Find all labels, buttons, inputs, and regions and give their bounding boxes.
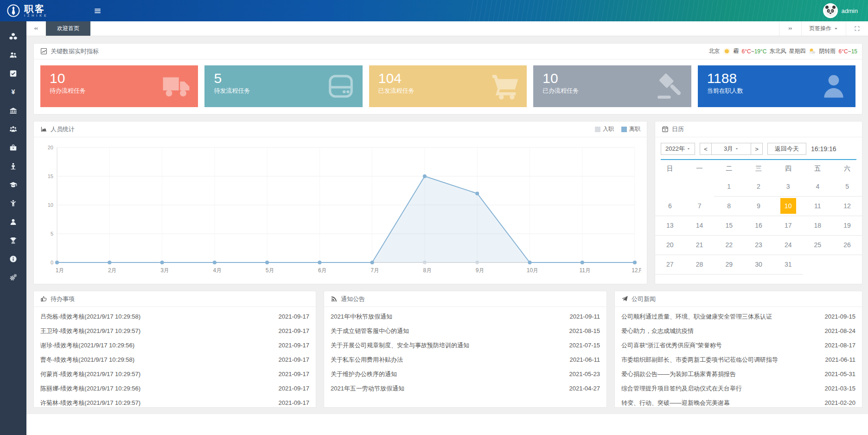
list-item[interactable]: 关于成立销管客服中心的通知2021-08-15 bbox=[324, 324, 606, 338]
tab-actions-dropdown[interactable]: 页签操作 bbox=[801, 21, 846, 36]
calendar-day[interactable]: 7 bbox=[685, 196, 715, 216]
calendar-day[interactable]: 22 bbox=[714, 235, 744, 255]
legend-item[interactable]: 离职 bbox=[621, 125, 640, 133]
sidebar-item-bank[interactable] bbox=[0, 101, 26, 120]
list-item[interactable]: 许菊林-绩效考核(2021/9/17 10:29:57)2021-09-17 bbox=[34, 396, 316, 408]
calendar-day[interactable]: 31 bbox=[773, 255, 803, 274]
list-item[interactable]: 2021年中秋节放假通知2021-09-11 bbox=[324, 309, 606, 324]
calendar-day[interactable]: 9 bbox=[744, 196, 773, 216]
list-item[interactable]: 曹冬-绩效考核(2021/9/17 10:29:58)2021-09-17 bbox=[34, 352, 316, 367]
tabs-scroll-left-button[interactable] bbox=[26, 21, 46, 36]
list-item[interactable]: 关于开展公司规章制度、安全与事故预防培训的通知2021-07-15 bbox=[324, 338, 606, 352]
list-item-title[interactable]: 曹冬-绩效考核(2021/9/17 10:29:58) bbox=[40, 356, 269, 364]
calendar-day[interactable]: 15 bbox=[714, 216, 744, 235]
sidebar-item-briefcase[interactable] bbox=[0, 138, 26, 157]
stat-card[interactable]: 10待办流程任务 bbox=[40, 65, 198, 107]
list-item-title[interactable]: 许菊林-绩效考核(2021/9/17 10:29:57) bbox=[40, 399, 269, 407]
sidebar-item-graduation-cap[interactable] bbox=[0, 175, 26, 194]
sidebar-toggle-button[interactable] bbox=[94, 0, 102, 21]
stat-card[interactable]: 104已发流程任务 bbox=[369, 65, 527, 107]
sidebar-item-user[interactable] bbox=[0, 212, 26, 231]
list-item-title[interactable]: 公司喜获“浙江省优秀供应商”荣誉称号 bbox=[621, 341, 816, 350]
sidebar-item-users[interactable] bbox=[0, 45, 26, 64]
calendar-day[interactable]: 20 bbox=[655, 235, 685, 255]
calendar-day[interactable]: 17 bbox=[773, 216, 803, 235]
calendar-day[interactable]: 16 bbox=[744, 216, 773, 235]
calendar-day[interactable]: 29 bbox=[714, 255, 744, 274]
list-item-title[interactable]: 公司顺利通过质量、环境、职业健康安全管理三体系认证 bbox=[621, 313, 816, 321]
list-item[interactable]: 陈丽娜-绩效考核(2021/9/17 10:29:56)2021-09-17 bbox=[34, 381, 316, 396]
calendar-day[interactable]: 24 bbox=[773, 235, 803, 255]
tabs-scroll-right-button[interactable] bbox=[779, 21, 801, 36]
calendar-day[interactable]: 4 bbox=[803, 177, 833, 196]
calendar-day[interactable]: 5 bbox=[832, 177, 862, 196]
calendar-day[interactable]: 21 bbox=[685, 235, 715, 255]
stat-card[interactable]: 5待发流程任务 bbox=[204, 65, 362, 107]
sidebar-item-cubes[interactable] bbox=[0, 27, 26, 45]
sidebar-item-check-square[interactable] bbox=[0, 64, 26, 83]
list-item[interactable]: 公司喜获“浙江省优秀供应商”荣誉称号2021-08-17 bbox=[615, 338, 862, 352]
list-item[interactable]: 爱心助力，众志成城抗疫情2021-08-24 bbox=[615, 324, 862, 338]
calendar-day[interactable]: 18 bbox=[803, 216, 833, 235]
calendar-day[interactable]: 14 bbox=[685, 216, 715, 235]
list-item-title[interactable]: 2021年五一劳动节放假通知 bbox=[331, 384, 560, 393]
sidebar-item-team[interactable] bbox=[0, 120, 26, 138]
list-item[interactable]: 转变、行动、突破——迎新晚会完美谢幕2021-02-20 bbox=[615, 396, 862, 408]
calendar-day[interactable]: 25 bbox=[803, 235, 833, 255]
calendar-day[interactable]: 30 bbox=[744, 255, 773, 274]
calendar-month-select[interactable]: 3月 bbox=[711, 143, 751, 155]
legend-item[interactable]: 入职 bbox=[595, 125, 614, 133]
calendar-selected-day[interactable]: 10 bbox=[780, 198, 796, 214]
fullscreen-button[interactable] bbox=[846, 21, 868, 36]
calendar-year-select[interactable]: 2022年 bbox=[661, 143, 695, 155]
list-item-title[interactable]: 吕尧栋-绩效考核(2021/9/17 10:29:58) bbox=[40, 313, 269, 321]
calendar-day[interactable]: 10 bbox=[773, 196, 803, 216]
list-item-title[interactable]: 2021年中秋节放假通知 bbox=[331, 313, 560, 321]
calendar-prev-month-button[interactable]: < bbox=[700, 143, 712, 155]
list-item[interactable]: 关于维护办公秩序的通知2021-05-23 bbox=[324, 367, 606, 381]
calendar-next-month-button[interactable]: > bbox=[751, 143, 763, 155]
sidebar-item-person-raise[interactable] bbox=[0, 194, 26, 212]
list-item[interactable]: 公司顺利通过质量、环境、职业健康安全管理三体系认证2021-09-15 bbox=[615, 309, 862, 324]
list-item[interactable]: 何蒙肖-绩效考核(2021/9/17 10:29:57)2021-09-17 bbox=[34, 367, 316, 381]
list-item-title[interactable]: 综合管理提升项目签约及启动仪式在天台举行 bbox=[621, 384, 816, 393]
list-item-title[interactable]: 关于开展公司规章制度、安全与事故预防培训的通知 bbox=[331, 341, 560, 350]
sidebar-item-gears[interactable] bbox=[0, 268, 26, 287]
calendar-day[interactable]: 28 bbox=[685, 255, 715, 274]
list-item[interactable]: 市委组织部副部长、市委两新工委项书记莅临公司调研指导2021-06-11 bbox=[615, 352, 862, 367]
list-item-title[interactable]: 关于私车公用费用补贴办法 bbox=[331, 356, 560, 364]
list-item-title[interactable]: 谢珍-绩效考核(2021/9/17 10:29:56) bbox=[40, 341, 269, 350]
calendar-day[interactable]: 3 bbox=[773, 177, 803, 196]
list-item[interactable]: 关于私车公用费用补贴办法2021-06-11 bbox=[324, 352, 606, 367]
list-item-title[interactable]: 陈丽娜-绩效考核(2021/9/17 10:29:56) bbox=[40, 384, 269, 393]
list-item-title[interactable]: 爱心捐款公告——为装卸工杨家青募捐报告 bbox=[621, 370, 816, 378]
list-item[interactable]: 爱心捐款公告——为装卸工杨家青募捐报告2021-05-31 bbox=[615, 367, 862, 381]
list-item-title[interactable]: 市委组织部副部长、市委两新工委项书记莅临公司调研指导 bbox=[621, 356, 816, 364]
calendar-day[interactable]: 11 bbox=[803, 196, 833, 216]
calendar-day[interactable]: 12 bbox=[832, 196, 862, 216]
sidebar-item-info[interactable] bbox=[0, 249, 26, 268]
list-item-title[interactable]: 爱心助力，众志成城抗疫情 bbox=[621, 327, 816, 335]
list-item[interactable]: 王卫玲-绩效考核(2021/9/17 10:29:57)2021-09-17 bbox=[34, 324, 316, 338]
calendar-day[interactable]: 19 bbox=[832, 216, 862, 235]
calendar-day[interactable]: 1 bbox=[714, 177, 744, 196]
stat-card[interactable]: 1188当前在职人数 bbox=[698, 65, 855, 107]
calendar-day[interactable]: 23 bbox=[744, 235, 773, 255]
list-item-title[interactable]: 王卫玲-绩效考核(2021/9/17 10:29:57) bbox=[40, 327, 269, 335]
calendar-day[interactable]: 13 bbox=[655, 216, 685, 235]
list-item-title[interactable]: 何蒙肖-绩效考核(2021/9/17 10:29:57) bbox=[40, 370, 269, 378]
tab-home[interactable]: 欢迎首页 bbox=[46, 21, 90, 36]
sidebar-item-podium[interactable] bbox=[0, 157, 26, 175]
calendar-day[interactable]: 8 bbox=[714, 196, 744, 216]
list-item[interactable]: 综合管理提升项目签约及启动仪式在天台举行2021-03-15 bbox=[615, 381, 862, 396]
calendar-day[interactable]: 26 bbox=[832, 235, 862, 255]
list-item-title[interactable]: 转变、行动、突破——迎新晚会完美谢幕 bbox=[621, 399, 816, 407]
user-menu[interactable]: admin bbox=[823, 3, 868, 18]
sidebar-item-yen[interactable]: ¥ bbox=[0, 83, 26, 101]
calendar-day[interactable]: 2 bbox=[744, 177, 773, 196]
calendar-day[interactable]: 6 bbox=[655, 196, 685, 216]
list-item[interactable]: 吕尧栋-绩效考核(2021/9/17 10:29:58)2021-09-17 bbox=[34, 309, 316, 324]
list-item[interactable]: 谢珍-绩效考核(2021/9/17 10:29:56)2021-09-17 bbox=[34, 338, 316, 352]
stat-card[interactable]: 10已办流程任务 bbox=[533, 65, 691, 107]
list-item[interactable]: 2021年五一劳动节放假通知2021-04-27 bbox=[324, 381, 606, 396]
